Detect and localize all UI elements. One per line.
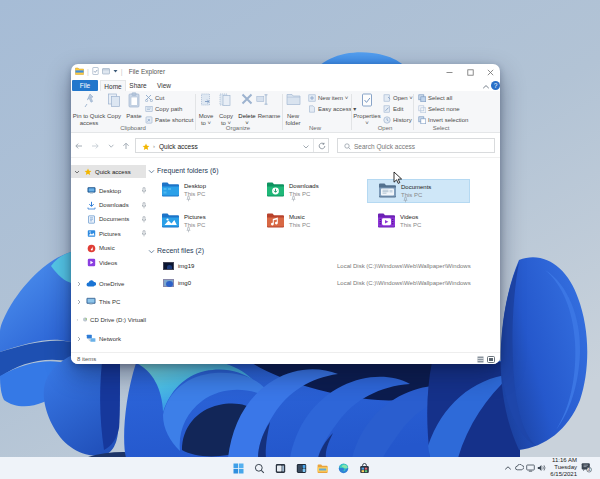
svg-text:4: 4 xyxy=(588,468,590,472)
